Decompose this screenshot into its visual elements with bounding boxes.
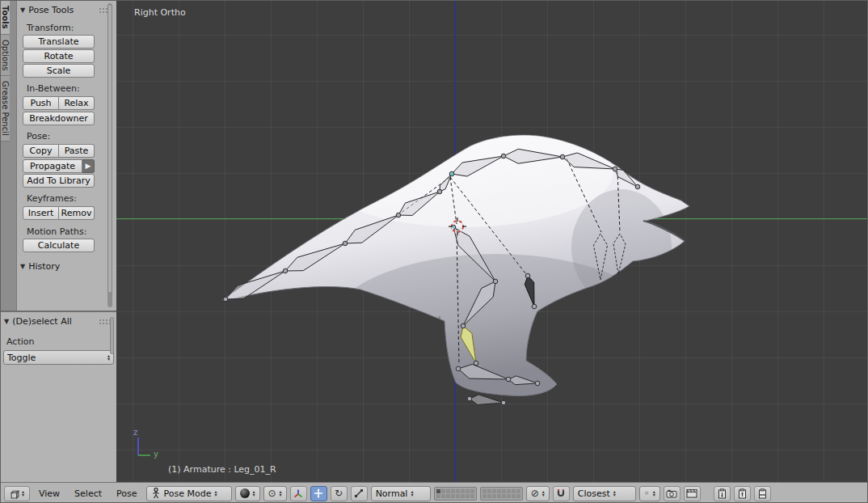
layer-cell[interactable] (492, 489, 496, 493)
panel-drag-dots-icon[interactable] (99, 319, 110, 325)
layer-cell[interactable] (441, 494, 445, 498)
mode-dropdown[interactable]: Pose Mode ▴▾ (146, 486, 232, 501)
bone-joint[interactable] (535, 381, 540, 386)
layer-cell[interactable] (507, 489, 511, 493)
bone-joint[interactable] (501, 154, 506, 159)
menu-pose[interactable]: Pose (111, 488, 142, 499)
layer-cell[interactable] (451, 494, 455, 498)
menu-view[interactable]: View (33, 488, 65, 499)
remove-keyframe-button[interactable]: Remov (59, 206, 95, 220)
insert-keyframe-button[interactable]: Insert (23, 206, 59, 220)
armature-layers-grid-left[interactable] (434, 487, 477, 501)
bone[interactable] (470, 395, 504, 405)
bone-joint[interactable] (456, 366, 461, 371)
bone-joint[interactable] (461, 323, 466, 328)
toolshelf-scrollbar[interactable] (107, 3, 112, 307)
relax-button[interactable]: Relax (59, 96, 95, 110)
snap-magnet-button[interactable] (553, 486, 570, 501)
bone-joint[interactable] (223, 297, 228, 302)
layer-cell[interactable] (492, 494, 496, 498)
layer-cell[interactable] (456, 494, 460, 498)
pose-tools-panel-header[interactable]: ▼ Pose Tools (17, 1, 116, 17)
action-dropdown[interactable]: Toggle ▴▾ (3, 350, 114, 365)
layer-cell[interactable] (436, 489, 440, 493)
bone-joint[interactable] (635, 184, 640, 189)
rotate-manipulator-button[interactable]: ↻ (331, 486, 348, 501)
scale-manipulator-button[interactable] (351, 486, 368, 501)
add-to-library-button[interactable]: Add To Library (23, 174, 95, 188)
layer-cell[interactable] (507, 494, 511, 498)
proportional-editing-dropdown[interactable]: ⊘ ▴▾ (526, 486, 550, 501)
copy-pose-button[interactable]: Copy (23, 144, 59, 158)
tab-grease-pencil[interactable]: Grease Pencil (1, 76, 10, 142)
layer-cell[interactable] (497, 489, 501, 493)
opengl-render-anim-button[interactable] (684, 486, 701, 501)
bone-joint[interactable] (613, 167, 617, 171)
layer-cell[interactable] (436, 494, 440, 498)
push-button[interactable]: Push (23, 96, 59, 110)
layer-cell[interactable] (441, 489, 445, 493)
bone-joint[interactable] (506, 377, 511, 382)
scrollbar-handle[interactable] (107, 4, 112, 294)
layer-cell[interactable] (502, 489, 506, 493)
armature-layers-grid-right[interactable] (480, 487, 523, 501)
opengl-render-button[interactable] (664, 486, 680, 501)
bone-joint[interactable] (449, 171, 454, 176)
layer-cell[interactable] (487, 489, 491, 493)
bone-joint[interactable] (493, 279, 498, 284)
layer-cell[interactable] (470, 494, 474, 498)
copy-pose-button-header[interactable] (714, 486, 731, 501)
pivot-point-dropdown[interactable]: ⊙ ▴▾ (263, 486, 287, 501)
translate-button[interactable]: Translate (23, 35, 95, 49)
layer-cell[interactable] (466, 489, 470, 493)
layer-cell[interactable] (482, 489, 487, 493)
editor-type-button[interactable]: ▴▾ (4, 486, 30, 501)
bone-joint[interactable] (396, 213, 401, 218)
history-panel-header[interactable]: ▼ History (17, 257, 116, 273)
layer-cell[interactable] (512, 494, 516, 498)
layer-cell[interactable] (516, 489, 520, 493)
layer-cell[interactable] (466, 494, 470, 498)
bone-joint[interactable] (343, 241, 348, 246)
layer-cell[interactable] (461, 494, 465, 498)
bone-joint[interactable] (560, 154, 565, 159)
paste-pose-button[interactable]: Paste (59, 144, 95, 158)
layer-cell[interactable] (502, 494, 506, 498)
bone-joint[interactable] (283, 268, 288, 273)
manipulator-toggle-button[interactable] (290, 486, 307, 501)
deselect-panel-header[interactable]: ▼ (De)select All (1, 312, 116, 328)
translate-manipulator-button[interactable] (310, 486, 327, 501)
layer-cell[interactable] (512, 489, 516, 493)
bone-joint[interactable] (467, 396, 472, 401)
snap-target-dropdown[interactable]: Closest ▴▾ (573, 486, 636, 501)
calculate-button[interactable]: Calculate (23, 239, 95, 252)
tab-options[interactable]: Options (1, 35, 10, 77)
layer-cell[interactable] (487, 494, 491, 498)
bone-joint[interactable] (437, 189, 442, 194)
scale-button[interactable]: Scale (23, 64, 95, 78)
paste-pose-button-header[interactable] (734, 486, 751, 501)
bone-joint[interactable] (525, 273, 530, 278)
viewport-3d[interactable]: Right Ortho (1) Armature : Leg_01_R z y (116, 1, 868, 482)
layer-cell[interactable] (470, 489, 474, 493)
bone-joint[interactable] (501, 400, 506, 405)
orientation-dropdown[interactable]: Normal ▴▾ (371, 486, 431, 501)
layer-cell[interactable] (451, 489, 455, 493)
layer-cell[interactable] (516, 494, 520, 498)
menu-select[interactable]: Select (69, 488, 107, 499)
layer-cell[interactable] (461, 489, 465, 493)
viewport-shading-dropdown[interactable]: ▴▾ (235, 486, 260, 501)
layer-cell[interactable] (482, 494, 487, 498)
tab-tools[interactable]: Tools (1, 1, 10, 35)
layer-cell[interactable] (456, 489, 460, 493)
scrollbar-handle[interactable] (110, 317, 114, 354)
bone-joint[interactable] (474, 361, 478, 366)
bone-joint[interactable] (532, 304, 537, 309)
propagate-expand-arrow[interactable]: ▶ (82, 159, 95, 173)
rotate-button[interactable]: Rotate (23, 49, 95, 63)
breakdowner-button[interactable]: Breakdowner (23, 112, 95, 125)
paste-flipped-pose-button[interactable] (754, 486, 771, 501)
snap-element-dropdown[interactable]: ◦ ▴▾ (639, 486, 660, 501)
propagate-button[interactable]: Propagate (23, 159, 82, 173)
layer-cell[interactable] (497, 494, 501, 498)
